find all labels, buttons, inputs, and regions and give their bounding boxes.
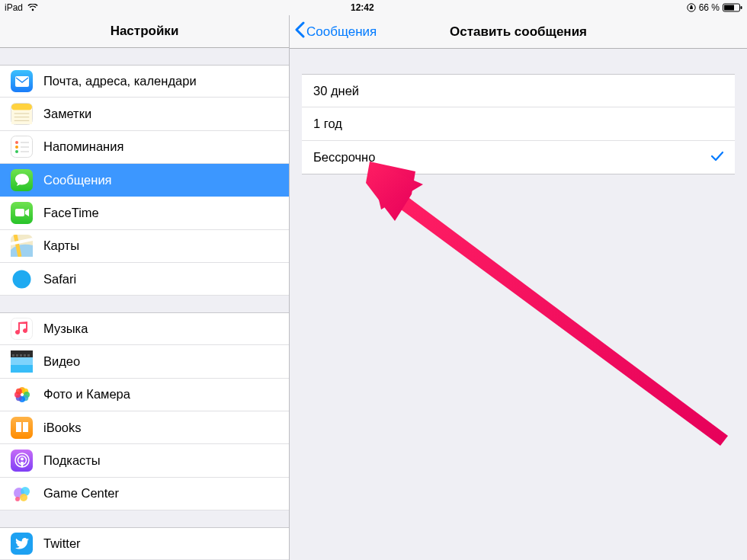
svg-rect-26 bbox=[11, 357, 33, 365]
sidebar-item-label: iBooks bbox=[43, 421, 82, 435]
checkmark-icon bbox=[711, 149, 723, 165]
sidebar-item-label: Напоминания bbox=[43, 139, 123, 154]
svg-rect-5 bbox=[11, 104, 32, 110]
safari-icon bbox=[11, 268, 33, 290]
svg-point-34 bbox=[15, 389, 21, 395]
detail-navbar: Сообщения Оставить сообщения bbox=[290, 15, 747, 49]
sidebar-item-safari[interactable]: Safari bbox=[0, 263, 289, 296]
messages-icon bbox=[11, 169, 33, 191]
svg-rect-22 bbox=[20, 354, 22, 357]
sidebar-item-gamecenter[interactable]: Game Center bbox=[0, 478, 289, 510]
keep-messages-options: 30 дней 1 год Бессрочно bbox=[302, 74, 735, 174]
photos-icon bbox=[11, 383, 33, 405]
music-icon bbox=[11, 318, 33, 340]
sidebar-item-music[interactable]: Музыка bbox=[0, 312, 289, 345]
group-gap bbox=[0, 48, 289, 65]
mail-icon bbox=[11, 70, 33, 92]
option-label: 1 год bbox=[313, 117, 723, 131]
svg-rect-20 bbox=[12, 354, 14, 357]
reminders-icon bbox=[11, 136, 33, 158]
orientation-lock-icon bbox=[687, 3, 696, 12]
sidebar-item-label: Фото и Камера bbox=[43, 387, 130, 402]
twitter-icon bbox=[11, 533, 33, 555]
detail-pane: Сообщения Оставить сообщения 30 дней 1 г… bbox=[290, 15, 747, 560]
battery-icon bbox=[723, 3, 742, 12]
back-label: Сообщения bbox=[306, 24, 377, 40]
svg-rect-16 bbox=[15, 209, 24, 216]
option-label: 30 дней bbox=[313, 84, 723, 98]
battery-percent: 66 % bbox=[699, 2, 720, 13]
settings-sidebar: Настройки Почта, адреса, календари Замет… bbox=[0, 15, 290, 560]
sidebar-item-photos[interactable]: Фото и Камера bbox=[0, 379, 289, 411]
sidebar-item-label: Музыка bbox=[43, 322, 88, 336]
gamecenter-icon bbox=[11, 482, 33, 504]
status-bar: iPad 12:42 66 % bbox=[0, 0, 747, 15]
notes-icon bbox=[11, 103, 33, 125]
ibooks-icon bbox=[11, 417, 33, 439]
sidebar-item-label: Safari bbox=[43, 272, 76, 286]
device-label: iPad bbox=[5, 2, 23, 13]
svg-rect-23 bbox=[24, 354, 26, 357]
videos-icon bbox=[11, 350, 33, 373]
status-right: 66 % bbox=[687, 2, 742, 13]
svg-point-18 bbox=[13, 270, 31, 288]
group-gap bbox=[0, 510, 289, 527]
sidebar-item-label: Заметки bbox=[43, 107, 91, 121]
podcasts-icon bbox=[11, 450, 33, 472]
svg-rect-21 bbox=[16, 354, 18, 357]
sidebar-item-notes[interactable]: Заметки bbox=[0, 98, 289, 130]
sidebar-item-messages[interactable]: Сообщения bbox=[0, 164, 289, 197]
svg-rect-24 bbox=[27, 354, 30, 357]
wifi-icon bbox=[27, 4, 38, 11]
status-left: iPad bbox=[5, 2, 38, 13]
sidebar-item-maps[interactable]: Карты bbox=[0, 230, 289, 263]
option-label: Бессрочно bbox=[313, 150, 711, 165]
option-30-days[interactable]: 30 дней bbox=[302, 74, 735, 107]
svg-rect-3 bbox=[741, 6, 742, 9]
status-time: 12:42 bbox=[38, 2, 687, 13]
svg-point-37 bbox=[21, 458, 24, 461]
sidebar-item-label: Видео bbox=[43, 354, 80, 369]
sidebar-item-podcasts[interactable]: Подкасты bbox=[0, 444, 289, 477]
facetime-icon bbox=[11, 202, 33, 224]
sidebar-item-videos[interactable]: Видео bbox=[0, 345, 289, 378]
chevron-left-icon bbox=[294, 21, 305, 42]
sidebar-item-label: Сообщения bbox=[43, 173, 112, 187]
sidebar-item-label: FaceTime bbox=[43, 206, 99, 220]
sidebar-item-reminders[interactable]: Напоминания bbox=[0, 131, 289, 164]
sidebar-item-label: Подкасты bbox=[43, 453, 101, 468]
sidebar-item-label: Карты bbox=[43, 238, 79, 253]
group-gap bbox=[0, 296, 289, 312]
svg-point-11 bbox=[15, 146, 18, 149]
sidebar-item-label: Twitter bbox=[43, 536, 81, 551]
svg-rect-2 bbox=[724, 5, 734, 11]
sidebar-item-mail[interactable]: Почта, адреса, календари bbox=[0, 65, 289, 98]
sidebar-navbar: Настройки bbox=[0, 15, 289, 48]
sidebar-title: Настройки bbox=[0, 24, 289, 39]
svg-point-12 bbox=[15, 150, 18, 153]
sidebar-item-label: Почта, адреса, календари bbox=[43, 74, 197, 88]
back-button[interactable]: Сообщения bbox=[290, 21, 377, 42]
maps-icon bbox=[11, 235, 33, 257]
svg-point-10 bbox=[15, 141, 18, 144]
option-forever[interactable]: Бессрочно bbox=[302, 141, 735, 174]
svg-point-40 bbox=[20, 494, 27, 501]
sidebar-item-ibooks[interactable]: iBooks bbox=[0, 411, 289, 444]
option-1-year[interactable]: 1 год bbox=[302, 107, 735, 141]
svg-rect-4 bbox=[15, 76, 29, 87]
sidebar-item-facetime[interactable]: FaceTime bbox=[0, 197, 289, 229]
svg-point-41 bbox=[15, 497, 20, 501]
sidebar-item-label: Game Center bbox=[43, 486, 119, 501]
sidebar-item-twitter[interactable]: Twitter bbox=[0, 527, 289, 560]
